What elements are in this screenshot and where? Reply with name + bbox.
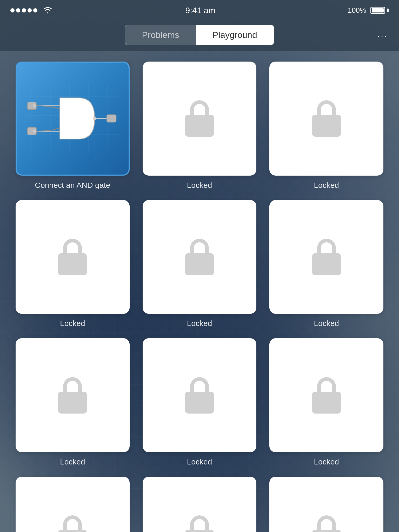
and-gate-canvas [17, 63, 129, 175]
lock-shackle-6 [63, 377, 82, 392]
grid-cell-3[interactable]: Locked [16, 200, 130, 328]
cell-label-7: Locked [187, 457, 212, 466]
lock-body-11 [312, 530, 341, 532]
cell-card-2[interactable] [269, 62, 383, 176]
status-time: 9:41 am [185, 6, 215, 15]
signal-dots [10, 8, 37, 12]
battery-body [370, 7, 385, 14]
cell-card-11[interactable] [269, 477, 383, 532]
svg-point-7 [33, 104, 36, 107]
tab-problems[interactable]: Problems [125, 25, 196, 45]
cell-label-0: Connect an AND gate [35, 181, 110, 190]
lock-body-3 [58, 253, 87, 275]
lock-body-9 [58, 530, 87, 532]
cell-card-1[interactable] [143, 62, 257, 176]
lock-icon-9 [56, 515, 89, 532]
cell-card-7[interactable] [143, 338, 257, 452]
grid-cell-6[interactable]: Locked [16, 338, 130, 466]
lock-body-4 [185, 253, 214, 275]
signal-dot-5 [33, 8, 37, 12]
grid-cell-11[interactable] [269, 477, 383, 532]
cell-card-6[interactable] [16, 338, 130, 452]
signal-dot-1 [10, 8, 15, 12]
grid-cell-0[interactable]: Connect an AND gate [16, 62, 130, 190]
grid-cell-2[interactable]: Locked [269, 62, 383, 190]
wifi-icon [43, 6, 53, 15]
lock-icon-6 [56, 377, 89, 414]
lock-icon-5 [310, 239, 343, 275]
cell-card-8[interactable] [269, 338, 383, 452]
cell-label-6: Locked [60, 457, 85, 466]
lock-shackle-10 [190, 515, 209, 530]
cell-card-9[interactable] [16, 477, 130, 532]
cell-label-2: Locked [314, 181, 339, 190]
grid-cell-7[interactable]: Locked [143, 338, 257, 466]
lock-icon-4 [183, 239, 216, 275]
lock-body-8 [312, 392, 341, 414]
cell-card-0[interactable] [16, 62, 130, 176]
cell-label-8: Locked [314, 457, 339, 466]
lock-body-1 [185, 115, 214, 137]
grid-cell-9[interactable] [16, 477, 130, 532]
lock-icon-8 [310, 377, 343, 414]
cell-label-5: Locked [314, 319, 339, 328]
lock-shackle-3 [63, 239, 82, 254]
status-right: 100% [348, 6, 389, 15]
lock-body-10 [185, 530, 214, 532]
cell-label-1: Locked [187, 181, 212, 190]
lock-body-7 [185, 392, 214, 414]
lock-shackle-9 [63, 515, 82, 530]
cell-card-5[interactable] [269, 200, 383, 314]
cell-card-3[interactable] [16, 200, 130, 314]
lock-shackle-8 [317, 377, 336, 392]
lock-icon-11 [310, 515, 343, 532]
tab-group: Problems Playground [125, 25, 274, 45]
signal-dot-3 [22, 8, 26, 12]
battery-fill [372, 8, 384, 12]
lock-body-2 [312, 115, 341, 137]
grid-container: Connect an AND gate Locked [16, 62, 383, 532]
grid-cell-1[interactable]: Locked [143, 62, 257, 190]
cell-card-10[interactable] [143, 477, 257, 532]
lock-icon-10 [183, 515, 216, 532]
more-button[interactable]: ··· [377, 31, 388, 41]
svg-point-9 [93, 117, 96, 120]
battery-tip [387, 9, 389, 12]
lock-shackle-2 [317, 100, 336, 115]
grid-cell-5[interactable]: Locked [269, 200, 383, 328]
lock-icon-3 [56, 239, 89, 275]
battery-percent: 100% [348, 6, 366, 15]
lock-shackle-1 [190, 100, 209, 115]
and-gate-svg [25, 71, 120, 166]
lock-shackle-5 [317, 239, 336, 254]
svg-point-8 [33, 130, 36, 133]
signal-dot-2 [16, 8, 20, 12]
lock-icon-1 [183, 100, 216, 137]
lock-body-6 [58, 392, 87, 414]
main-grid: Connect an AND gate Locked [0, 51, 399, 532]
lock-shackle-7 [190, 377, 209, 392]
status-left [10, 6, 53, 15]
lock-icon-2 [310, 100, 343, 137]
lock-shackle-4 [190, 239, 209, 254]
battery-icon [370, 7, 389, 14]
grid-cell-8[interactable]: Locked [269, 338, 383, 466]
signal-dot-4 [28, 8, 32, 12]
tab-playground[interactable]: Playground [196, 25, 274, 45]
cell-label-4: Locked [187, 319, 212, 328]
lock-shackle-11 [317, 515, 336, 530]
cell-card-4[interactable] [143, 200, 257, 314]
lock-body-5 [312, 253, 341, 275]
header: Problems Playground ··· [0, 21, 399, 51]
grid-cell-4[interactable]: Locked [143, 200, 257, 328]
lock-icon-7 [183, 377, 216, 414]
svg-rect-6 [107, 115, 116, 122]
grid-cell-10[interactable] [143, 477, 257, 532]
cell-label-3: Locked [60, 319, 85, 328]
status-bar: 9:41 am 100% [0, 0, 399, 21]
